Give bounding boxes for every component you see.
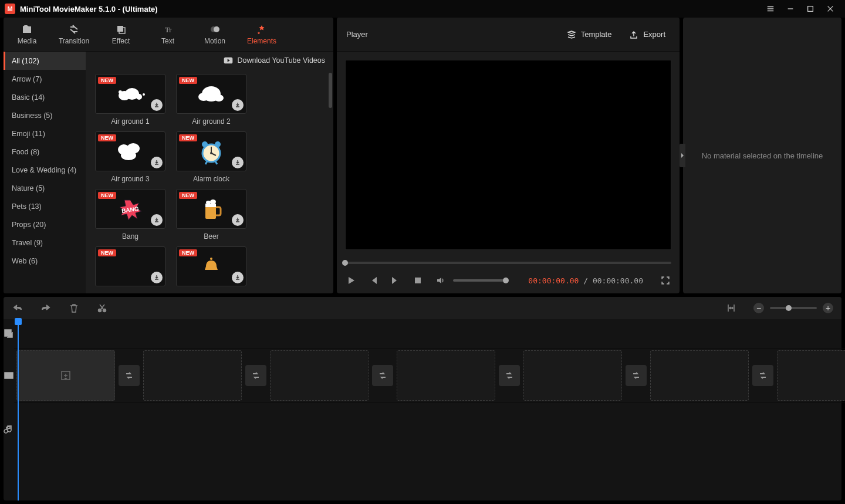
transition-slot[interactable] [752,365,773,386]
fit-timeline-button[interactable] [725,302,737,314]
transition-icon [69,24,79,35]
download-icon[interactable] [151,157,163,168]
new-badge: NEW [179,77,197,84]
clip-slot[interactable] [16,350,115,401]
transition-slot[interactable] [119,365,140,386]
volume-slider[interactable] [453,279,506,282]
download-youtube-link[interactable]: Download YouTube Videos [86,52,333,69]
category-item[interactable]: Emoji (11) [4,124,86,143]
minimize-button[interactable] [780,0,800,18]
category-item[interactable]: Food (8) [4,143,86,161]
export-button[interactable]: Export [624,26,670,43]
element-thumb[interactable]: NEW Air ground 2 [176,74,246,126]
category-item[interactable]: Arrow (7) [4,70,86,88]
stop-button[interactable] [412,275,424,286]
clip-slot[interactable] [397,350,495,401]
element-thumb[interactable]: NEW Alarm clock [176,131,246,183]
prev-frame-button[interactable] [367,275,379,286]
transition-slot[interactable] [499,365,520,386]
zoom-slider[interactable] [770,307,817,309]
svg-text:T: T [168,28,172,33]
clip-slot[interactable] [523,350,622,401]
category-list: All (102)Arrow (7)Basic (14)Business (5)… [4,52,86,293]
download-icon[interactable] [232,272,244,283]
motion-icon [209,24,220,35]
thumb-label: Bang [122,232,138,241]
next-frame-button[interactable] [390,275,401,286]
maximize-button[interactable] [800,0,820,18]
category-item[interactable]: Basic (14) [4,88,86,106]
play-button[interactable] [345,275,357,286]
delete-button[interactable] [68,302,80,314]
tab-motion[interactable]: Motion [191,18,238,51]
scrub-bar[interactable] [337,258,680,268]
element-thumb[interactable]: NEW [176,246,246,290]
download-icon[interactable] [151,214,163,226]
playhead[interactable] [18,319,19,500]
element-thumb[interactable]: NEW Beer [176,189,246,241]
tab-transition[interactable]: Transition [50,18,97,51]
category-item[interactable]: Props (20) [4,215,86,234]
undo-button[interactable] [12,302,23,314]
download-youtube-label: Download YouTube Videos [238,56,325,65]
thumb-label: Air ground 1 [111,117,149,126]
category-item[interactable]: Web (6) [4,252,86,270]
download-icon[interactable] [232,99,244,111]
thumb-label: Air ground 2 [192,117,230,126]
library-tabs: MediaTransitionEffectTTTextMotionElement… [4,18,333,52]
close-button[interactable] [820,0,840,18]
download-icon[interactable] [232,214,244,226]
element-thumb[interactable]: NEW Air ground 3 [95,131,165,183]
template-button[interactable]: Template [562,26,617,43]
menu-icon[interactable] [760,0,780,18]
category-item[interactable]: Business (5) [4,106,86,124]
thumbnails-grid: NEW Air ground 1 NEW Air ground 2 NEW Ai… [95,74,329,290]
clip-slot[interactable] [777,350,845,401]
category-item[interactable]: Love & Wedding (4) [4,161,86,179]
element-thumb[interactable]: NEW [95,246,165,290]
split-button[interactable] [96,302,108,314]
clip-slot[interactable] [270,350,369,401]
category-item[interactable]: Travel (9) [4,234,86,252]
clip-slot[interactable] [650,350,749,401]
app-title: MiniTool MovieMaker 5.1.0 - (Ultimate) [20,5,158,13]
zoom-in-button[interactable]: + [823,303,833,313]
redo-button[interactable] [40,302,52,314]
scrollbar-thumb[interactable] [329,73,332,108]
scrub-thumb[interactable] [342,260,348,266]
collapse-panel-button[interactable] [680,144,685,167]
video-track-icon [4,349,14,402]
element-thumb[interactable]: NEW Air ground 1 [95,74,165,126]
tab-effect[interactable]: Effect [97,18,144,51]
tab-media[interactable]: Media [4,18,50,51]
timeline-ruler[interactable] [14,319,845,349]
tab-text[interactable]: TTText [144,18,191,51]
download-icon[interactable] [232,157,244,168]
new-badge: NEW [179,192,197,199]
zoom-out-button[interactable]: − [753,303,764,313]
category-item[interactable]: Pets (13) [4,197,86,215]
new-badge: NEW [98,134,116,141]
svg-point-9 [99,309,102,312]
clip-slot[interactable] [143,350,242,401]
video-track[interactable] [14,349,845,402]
download-icon[interactable] [151,272,163,283]
audio-track[interactable] [14,402,845,456]
new-badge: NEW [179,134,197,141]
tab-elements[interactable]: Elements [238,18,285,51]
category-item[interactable]: Nature (5) [4,179,86,197]
element-thumb[interactable]: NEW Bang [95,189,165,241]
media-icon [22,24,32,35]
new-badge: NEW [98,77,116,84]
transition-slot[interactable] [372,365,393,386]
download-icon[interactable] [151,99,163,111]
transition-slot[interactable] [626,365,647,386]
zoom-control: − + [753,303,833,313]
new-badge: NEW [98,192,116,199]
fullscreen-button[interactable] [660,275,671,286]
transition-slot[interactable] [245,365,266,386]
add-track-button[interactable] [4,319,14,349]
category-item[interactable]: All (102) [4,52,86,70]
svg-point-10 [103,309,106,312]
volume-button[interactable] [434,275,446,286]
